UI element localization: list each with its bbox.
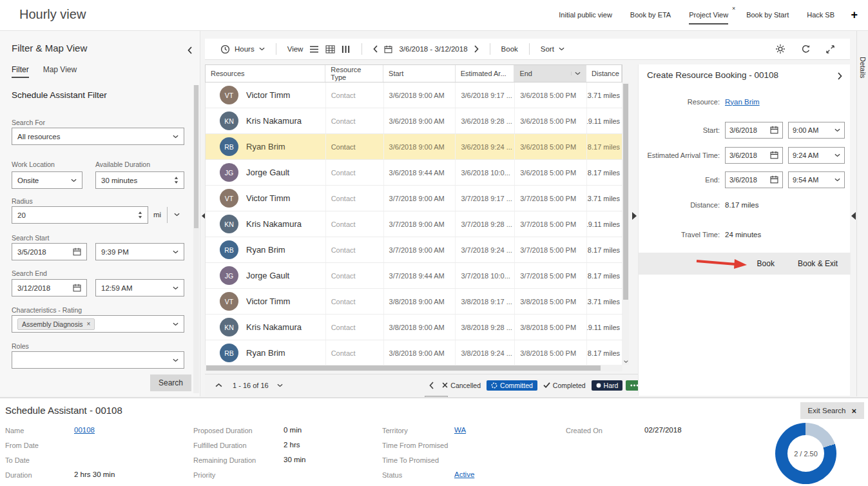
work-location-label: Work Location [12, 160, 55, 168]
close-tab-icon[interactable]: × [732, 5, 735, 12]
radius-unit-dropdown[interactable] [174, 213, 180, 217]
resource-row[interactable]: KNKris NakamuraContact3/8/2018 9:00 AM3/… [206, 315, 622, 340]
search-start-date-field[interactable]: 3/5/2018 [12, 243, 87, 260]
resource-type: Contact [326, 340, 384, 365]
view-tab-initial-public-view[interactable]: Initial public view [559, 11, 612, 23]
column-header-distance[interactable]: Distance [586, 65, 622, 82]
column-header-start[interactable]: Start [383, 65, 456, 82]
resource-row[interactable]: JGJorge GaultContact3/7/2018 9:44 AM3/7/… [206, 263, 622, 289]
book-toolbar-button[interactable]: Book [501, 45, 518, 53]
resource-cell: VTVictor Timm [206, 186, 326, 211]
filter-panel-scrollbar[interactable] [193, 85, 199, 393]
field-value[interactable]: 00108 [74, 426, 95, 434]
field-value[interactable]: Active [454, 471, 474, 478]
calendar-icon[interactable] [73, 284, 81, 292]
chevron-right-icon[interactable] [838, 72, 842, 80]
search-end-time-value: 12:59 AM [101, 284, 133, 292]
resource-row[interactable]: KNKris NakamuraContact3/7/2018 9:00 AM3/… [206, 211, 622, 237]
resource-row[interactable]: RBRyan BrimContact3/6/2018 9:00 AM3/6/20… [206, 134, 622, 160]
end-time: 3/7/2018 5:00 PM [515, 211, 587, 237]
resource-row[interactable]: JGJorge GaultContact3/6/2018 9:44 AM3/6/… [206, 160, 622, 186]
work-location-value: Onsite [17, 177, 39, 184]
scale-selector[interactable]: Hours [220, 44, 265, 54]
stepper-icon[interactable] [174, 176, 178, 184]
view-tab-book-by-eta[interactable]: Book by ETA [630, 11, 671, 23]
collapse-grid-icon[interactable] [215, 383, 222, 387]
resource-link[interactable]: Ryan Brim [725, 98, 760, 106]
tab-map-view[interactable]: Map View [43, 65, 77, 78]
sort-dropdown-icon[interactable] [571, 72, 581, 75]
remove-chip-icon[interactable]: × [87, 320, 91, 327]
scrollbar-thumb[interactable] [206, 365, 601, 371]
column-header-resource-type[interactable]: Resource Type [325, 65, 383, 82]
column-header-resources[interactable]: Resources [206, 65, 325, 82]
next-date-chevron-icon[interactable] [474, 45, 479, 53]
resource-row[interactable]: VTVictor TimmContact3/6/2018 9:00 AM3/6/… [206, 83, 622, 108]
search-end-date-field[interactable]: 3/12/2018 [12, 279, 87, 296]
expand-grid-handle[interactable] [631, 211, 637, 220]
field-value[interactable]: WA [454, 426, 466, 434]
field-label: Created On [566, 427, 603, 434]
chevron-down-icon [173, 358, 178, 362]
start-date-field[interactable]: 3/6/2018 [725, 122, 783, 139]
calendar-icon[interactable] [770, 175, 778, 184]
search-for-dropdown[interactable]: All resources [12, 128, 184, 145]
scroll-down-icon[interactable] [623, 360, 628, 364]
grid-view-icon[interactable] [325, 45, 335, 53]
resource-row[interactable]: RBRyan BrimContact3/8/2018 9:00 AM3/8/20… [206, 340, 622, 365]
calendar-icon[interactable] [73, 248, 81, 256]
details-tab-label[interactable]: Details [859, 57, 867, 79]
fullscreen-icon[interactable] [826, 45, 834, 53]
sort-selector[interactable]: Sort [541, 45, 564, 53]
resource-row[interactable]: VTVictor TimmContact3/7/2018 9:00 AM3/7/… [206, 186, 622, 211]
column-header-estimated-ar[interactable]: Estimated Ar... [456, 65, 515, 82]
page-dropdown-icon[interactable] [277, 384, 283, 387]
search-button[interactable]: Search [150, 374, 191, 391]
characteristics-dropdown[interactable]: Assembly Diagnosis × [12, 315, 184, 333]
collapse-panel-icon[interactable] [188, 46, 192, 54]
prev-date-chevron-icon[interactable] [373, 45, 378, 53]
book-action-button[interactable]: Book [757, 259, 775, 268]
settings-gear-icon[interactable] [775, 44, 786, 54]
collapse-details-handle[interactable] [850, 211, 856, 220]
eta-date-field[interactable]: 3/6/2018 [725, 147, 783, 164]
resource-row[interactable]: RBRyan BrimContact3/7/2018 9:00 AM3/7/20… [206, 237, 622, 263]
book-exit-action-button[interactable]: Book & Exit [798, 259, 838, 268]
column-header-end[interactable]: End [514, 65, 586, 82]
view-tab-project-view[interactable]: Project View× [689, 11, 728, 24]
view-tab-hack-sb[interactable]: Hack SB [807, 11, 834, 23]
timeline-view-icon[interactable] [342, 45, 351, 53]
search-start-time-dropdown[interactable]: 9:39 PM [95, 243, 184, 260]
date-range[interactable]: 3/6/2018 - 3/12/2018 [399, 45, 467, 53]
start-time-dropdown[interactable]: 9:00 AM [788, 122, 845, 139]
scrollbar-thumb[interactable] [623, 84, 628, 300]
details-sidebar[interactable]: Details [856, 31, 868, 396]
legend-scroll-left-icon[interactable] [429, 382, 434, 389]
scrollbar-thumb[interactable] [194, 85, 198, 228]
exit-search-button[interactable]: Exit Search × [800, 402, 864, 419]
tab-filter[interactable]: Filter [12, 65, 29, 78]
start-time-value: 9:00 AM [793, 126, 818, 134]
roles-dropdown[interactable] [12, 351, 184, 369]
vertical-scrollbar[interactable] [622, 83, 629, 365]
view-tab-book-by-start[interactable]: Book by Start [746, 11, 789, 23]
characteristic-chip[interactable]: Assembly Diagnosis × [17, 318, 95, 330]
stepper-icon[interactable] [138, 211, 142, 219]
horizontal-scrollbar[interactable] [205, 365, 622, 371]
resource-type: Contact [326, 211, 384, 237]
calendar-icon[interactable] [384, 45, 392, 53]
end-time-dropdown[interactable]: 9:54 AM [788, 171, 845, 188]
available-duration-stepper[interactable]: 30 minutes [95, 171, 184, 189]
radius-stepper[interactable]: 20 [12, 206, 148, 224]
add-view-button[interactable]: + [851, 8, 858, 22]
calendar-icon[interactable] [770, 151, 778, 159]
refresh-icon[interactable] [801, 44, 811, 54]
list-view-icon[interactable] [309, 45, 319, 53]
resource-row[interactable]: KNKris NakamuraContact3/6/2018 9:00 AM3/… [206, 108, 622, 134]
calendar-icon[interactable] [770, 126, 778, 134]
resource-row[interactable]: VTVictor TimmContact3/8/2018 9:00 AM3/8/… [206, 289, 622, 315]
end-date-field[interactable]: 3/6/2018 [725, 171, 783, 188]
eta-time-dropdown[interactable]: 9:24 AM [788, 147, 845, 164]
search-end-time-dropdown[interactable]: 12:59 AM [95, 279, 184, 296]
work-location-dropdown[interactable]: Onsite [12, 171, 82, 189]
